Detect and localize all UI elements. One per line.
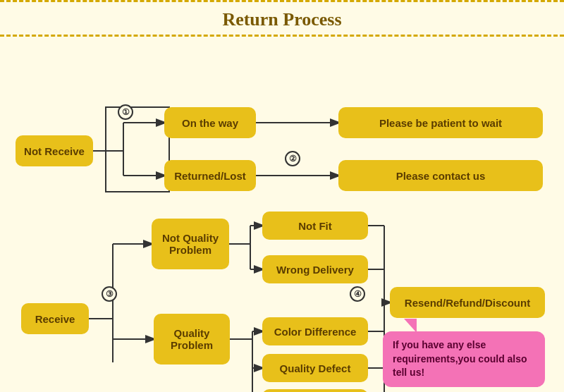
circle-4: ④	[350, 286, 365, 302]
please-wait-node: Please be patient to wait	[338, 107, 543, 138]
please-contact-node: Please contact us	[338, 160, 543, 191]
quality-defect-node: Quality Defect	[262, 354, 368, 382]
circle-1: ①	[118, 104, 133, 120]
circle-2: ②	[285, 151, 300, 166]
damage-node: Damage	[262, 389, 368, 392]
not-receive-node: Not Receive	[16, 135, 93, 166]
wrong-delivery-node: Wrong Delivery	[262, 255, 368, 283]
circle-3: ③	[102, 286, 117, 302]
not-fit-node: Not Fit	[262, 212, 368, 240]
page-title: Return Process	[222, 9, 341, 30]
not-quality-node: Not Quality Problem	[152, 219, 229, 269]
on-the-way-node: On the way	[164, 107, 256, 138]
speech-bubble: If you have any else requirements,you co…	[383, 331, 545, 387]
header: Return Process	[0, 0, 564, 37]
color-diff-node: Color Difference	[262, 317, 368, 345]
svg-rect-4	[106, 107, 169, 192]
content-area: Not Receive On the way Returned/Lost Ple…	[0, 37, 564, 392]
resend-node: Resend/Refund/Discount	[390, 287, 545, 318]
returned-lost-node: Returned/Lost	[164, 160, 256, 191]
quality-node: Quality Problem	[154, 314, 230, 365]
receive-node: Receive	[21, 303, 89, 334]
